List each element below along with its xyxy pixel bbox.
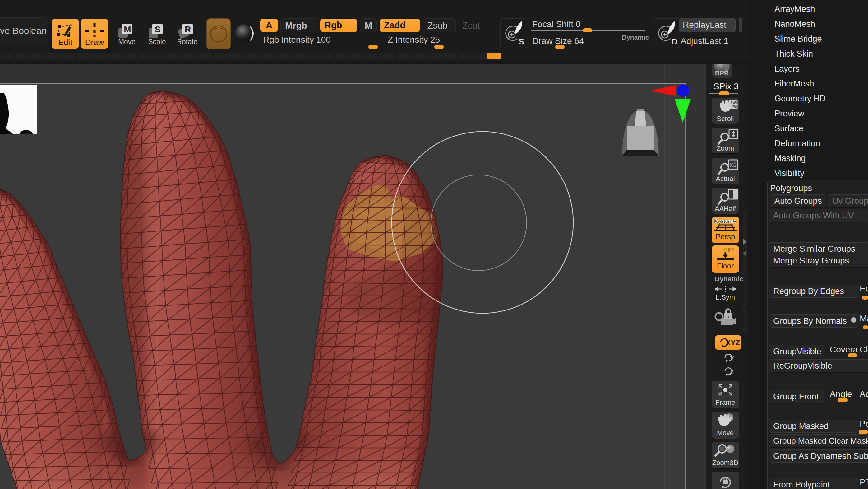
svg-text:Z: Z bbox=[730, 369, 734, 375]
svg-text:S: S bbox=[519, 37, 524, 46]
svg-text:R: R bbox=[185, 25, 191, 34]
svg-text:Rotate: Rotate bbox=[178, 38, 198, 46]
svg-text:Persp: Persp bbox=[716, 232, 735, 241]
svg-text:D: D bbox=[672, 37, 678, 46]
svg-text:x: x bbox=[724, 247, 727, 252]
svg-text:S: S bbox=[155, 25, 161, 34]
svg-text:Move: Move bbox=[118, 38, 135, 46]
svg-text:Move: Move bbox=[717, 429, 734, 437]
svg-text:Floor: Floor bbox=[717, 262, 734, 270]
svg-text:Scroll: Scroll bbox=[717, 115, 734, 122]
svg-text:Frame: Frame bbox=[715, 399, 735, 406]
svg-text:XYZ: XYZ bbox=[725, 339, 740, 347]
svg-text:Draw: Draw bbox=[85, 38, 104, 47]
svg-text:BPR: BPR bbox=[715, 69, 729, 77]
svg-text:c: c bbox=[726, 314, 729, 319]
svg-text:M: M bbox=[124, 25, 131, 34]
svg-text:Edit: Edit bbox=[58, 38, 73, 47]
svg-text:AAHalf: AAHalf bbox=[715, 205, 736, 212]
svg-text:Y: Y bbox=[730, 355, 734, 362]
svg-text:Actual: Actual bbox=[716, 175, 735, 182]
svg-text:Scale: Scale bbox=[148, 38, 166, 46]
svg-text:y: y bbox=[728, 247, 731, 252]
svg-text:Dynamic: Dynamic bbox=[714, 218, 737, 224]
svg-text:z: z bbox=[732, 247, 734, 252]
svg-text:L.Sym: L.Sym bbox=[716, 293, 735, 301]
svg-text:x1: x1 bbox=[730, 161, 737, 169]
svg-text:Zoom: Zoom bbox=[717, 144, 734, 152]
svg-text:Zoom3D: Zoom3D bbox=[712, 459, 738, 467]
